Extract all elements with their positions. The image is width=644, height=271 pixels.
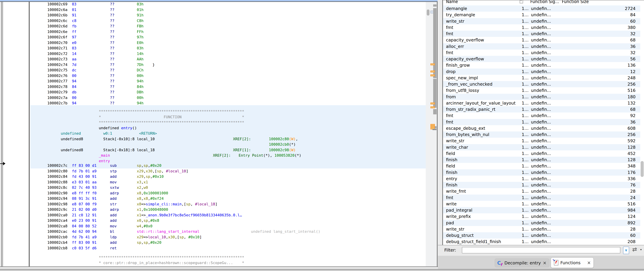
listing-line[interactable]: 100002c6dfb??FBh	[30, 24, 426, 29]
filter-settings-icon[interactable]: ⇄	[632, 246, 637, 253]
listing-line[interactable]: undefined entry()	[30, 125, 426, 131]
listing-line[interactable]: 100002c7cff 83 00 d1subsp,sp,#0x20	[30, 163, 426, 168]
table-row[interactable]: from1…undefin...180	[443, 94, 640, 100]
table-row[interactable]: pad1…undefin...892	[443, 220, 640, 226]
table-row[interactable]: pad_integral1…undefin...984	[443, 207, 640, 213]
listing-line[interactable]: 100002c90e8 ff ff f0adrpx8,0x100001000	[30, 190, 426, 196]
column-header-signature[interactable]: Function Sig…	[530, 0, 559, 4]
table-row[interactable]: capacity_overflow1…undefin...56	[443, 56, 640, 62]
table-row[interactable]: capacity_overflow1…undefin...68	[443, 37, 640, 43]
table-row[interactable]: finish1…undefin...176	[443, 169, 640, 176]
table-row[interactable]: fmt1…undefin...36	[443, 119, 640, 125]
listing-line[interactable]: 100002c7103??03h	[30, 46, 426, 51]
listing-line[interactable]: 100002c79db??DBh	[30, 90, 426, 95]
listing-line[interactable]: 100002c88e3 03 01 aamovx3,x1	[30, 179, 426, 185]
table-row[interactable]: spec_new_impl1…undefin...248	[443, 75, 640, 81]
column-header-size[interactable]: Function Size	[562, 0, 589, 4]
table-row[interactable]: write_fmt1…undefin...28	[443, 188, 640, 194]
listing-line[interactable]: 100002cb8c0 03 5f d6ret	[30, 245, 426, 251]
filter-column-icon[interactable]: ▼	[623, 247, 629, 254]
listing-scrollbar-thumb[interactable]	[427, 10, 430, 16]
sidebar-divider[interactable]	[29, 2, 30, 266]
table-row[interactable]: fmt1…undefin...92	[443, 113, 640, 119]
table-row[interactable]: fmt1…undefin...32	[443, 31, 640, 37]
listing-line[interactable]: 100002cb0(*)	[30, 142, 426, 147]
listing-line[interactable]: *FUNCTION*	[30, 114, 426, 120]
filter-caret-icon[interactable]: ▾	[640, 248, 642, 251]
table-row[interactable]: entry1…undefin...336	[443, 176, 640, 182]
functions-scrollbar-thumb[interactable]	[640, 161, 644, 177]
listing-line[interactable]: 100002c75dc??DCh	[30, 68, 426, 73]
disassembly-listing[interactable]: 100002c6903??03h100002c6a01??01h100002c6…	[30, 2, 426, 266]
listing-line[interactable]: undefined8Stack[-0x10]:8 local_10XREF[2]…	[30, 136, 426, 142]
table-row[interactable]: _from_vec_unchecked1…undefin...256	[443, 81, 640, 88]
functions-scrollbar[interactable]	[640, 0, 644, 245]
listing-line[interactable]: 100002c6f97??97h	[30, 35, 426, 40]
listing-line[interactable]: 100002c7794??94h	[30, 79, 426, 84]
listing-line[interactable]: 100002ca804 00 80 52movw4,#0x0	[30, 223, 426, 229]
listing-line[interactable]: 100002c7600??00h	[30, 73, 426, 79]
close-icon[interactable]: ×	[587, 260, 591, 265]
listing-line[interactable]: 100002c7a00??00h	[30, 95, 426, 101]
listing-line[interactable]: 100002c6903??03h	[30, 2, 426, 7]
listing-line[interactable]: 100002c9c21 02 00 d0adrpx1,0x100048000	[30, 207, 426, 212]
table-row[interactable]: write_str1…undefin...28	[443, 226, 640, 232]
listing-line[interactable]: 100002c747d??7Dh}	[30, 62, 426, 68]
table-row[interactable]: debug_struct1…undefin...60	[443, 232, 640, 239]
column-header-name[interactable]: Name	[446, 0, 458, 4]
bookmark-marker-icon[interactable]	[430, 74, 435, 76]
close-icon[interactable]: ×	[543, 260, 546, 265]
table-row[interactable]: try_demangle1…undefin...84	[443, 12, 640, 18]
listing-line[interactable]: undefinedw0:1<RETURN>	[30, 131, 426, 136]
table-row[interactable]: demangle1…undefin...2724	[443, 6, 640, 12]
bookmark-marker-icon[interactable]	[430, 103, 435, 104]
listing-line[interactable]: 100002c6cc8??C8h	[30, 18, 426, 24]
listing-line[interactable]: undefined8Stack[-0x18]:8 local_18XREF[1]…	[30, 147, 426, 153]
listing-line[interactable]: 100002c6b91??91h	[30, 13, 426, 18]
table-row[interactable]: from_bytes_with_nul1…undefin...256	[443, 131, 640, 138]
listing-line[interactable]: 100002c73aa??AAh	[30, 57, 426, 62]
table-row[interactable]: debug_struct_field1_finish1…undefin...20…	[443, 238, 640, 245]
table-row[interactable]: drop1…undefin...12	[443, 69, 640, 75]
listing-line[interactable]: 100002c7b94??94h	[30, 101, 426, 106]
table-row[interactable]: write1…undefin...516	[443, 201, 640, 207]
listing-line[interactable]: 100002c9408 91 3c 91addx8,x8,#0xf24	[30, 196, 426, 201]
table-row[interactable]: from_str_radix_panic_rt1…undefin...68	[443, 106, 640, 113]
listing-line[interactable]: 100002c70e0??E0h	[30, 40, 426, 46]
listing-line[interactable]: 100002c6eff??FFh	[30, 29, 426, 35]
listing-line[interactable]: 100002c8c02 7c 40 93sxtwx2,w0	[30, 185, 426, 190]
listing-line[interactable]: 100002cac4d 62 00 94blstd::rt::lang_star…	[30, 229, 426, 234]
listing-line[interactable]: 100002c7884??84h	[30, 84, 426, 90]
table-row[interactable]: from_utf8_lossy1…undefin...516	[443, 87, 640, 94]
filter-input[interactable]	[462, 247, 620, 253]
tab-decompile-entry[interactable]: Cf Decompile: entry ×	[495, 258, 550, 267]
table-row[interactable]: field1…undefin...348	[443, 163, 640, 169]
table-row[interactable]: fmt1…undefin...24	[443, 194, 640, 201]
document-icon[interactable]	[520, 0, 523, 4]
table-row[interactable]: finish1…undefin...128	[443, 157, 640, 163]
table-row[interactable]: write_prefix1…undefin...124	[443, 213, 640, 220]
listing-line[interactable]: 100002cb4ff 83 00 91addsp,sp,#0x20	[30, 240, 426, 245]
listing-line[interactable]: ****************************************…	[30, 255, 426, 260]
listing-line[interactable]: ****************************************…	[30, 109, 426, 114]
table-row[interactable]: write_str1…undefin...60	[443, 18, 640, 25]
listing-line[interactable]: 100002ca021 c0 12 91addx1=>_anon.9b0e3f7…	[30, 212, 426, 218]
bookmark-marker-icon[interactable]	[430, 64, 435, 65]
sidebar-panel[interactable]	[4, 2, 29, 266]
table-row[interactable]: field1…undefin...452	[443, 150, 640, 157]
table-row[interactable]: write_char1…undefin...128	[443, 144, 640, 151]
table-row[interactable]: fmt1…undefin...32	[443, 50, 640, 56]
tab-functions[interactable]: ↘ f Functions ×	[551, 257, 594, 268]
listing-line[interactable]: 100002cb0fd 7b 41 a9ldpx29=>local_10,x30…	[30, 234, 426, 240]
table-row[interactable]: finish_grow1…undefin...136	[443, 62, 640, 69]
table-row[interactable]: arcinner_layout_for_value_layout1…undefi…	[443, 100, 640, 106]
listing-line[interactable]: 100002c7214??14h	[30, 51, 426, 57]
listing-line[interactable]: 100002c6a01??01h	[30, 7, 426, 13]
listing-line[interactable]: * core::ptr::drop_in_place<hashbrown::sc…	[30, 260, 426, 265]
listing-line[interactable]: _mainXREF[2]:Entry Point(*), 100053820(*…	[30, 153, 426, 158]
table-row[interactable]: write_str1…undefin...592	[443, 138, 640, 144]
listing-line[interactable]: 100002c98e8 07 00 f9strx8=>simple_cli::m…	[30, 201, 426, 207]
table-row[interactable]: escape_debug_ext1…undefin...608	[443, 125, 640, 132]
bottom-splitter-light[interactable]	[0, 270, 644, 271]
table-row[interactable]: finish1…undefin...76	[443, 182, 640, 188]
